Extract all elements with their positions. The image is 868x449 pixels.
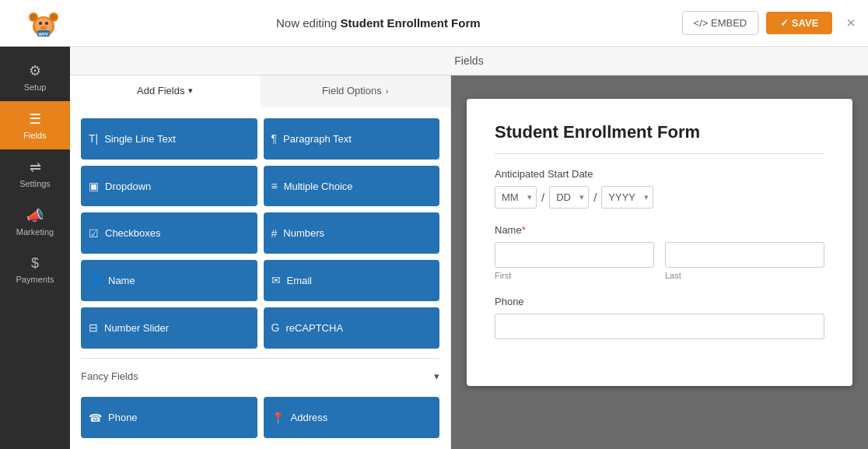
fields-header-bar: Fields — [70, 47, 868, 75]
date-yyyy-select[interactable]: YYYY — [601, 186, 653, 209]
multiple-choice-icon: ≡ — [271, 180, 278, 192]
name-last-field: Last — [665, 242, 824, 280]
tab-field-options-label: Field Options — [322, 85, 382, 96]
name-first-label: First — [495, 271, 654, 280]
name-last-label: Last — [665, 271, 824, 280]
fields-icon: ☰ — [29, 110, 41, 128]
sidebar-item-marketing[interactable]: 📣 Marketing — [0, 198, 70, 246]
form-preview: Student Enrollment Form Anticipated Star… — [467, 99, 852, 386]
save-button[interactable]: ✓ SAVE — [766, 12, 832, 34]
date-sep-1: / — [541, 191, 544, 204]
fields-list: T| Single Line Text ¶ Paragraph Text ▣ D… — [70, 107, 450, 449]
fancy-fields-section: Fancy Fields ▾ — [81, 358, 439, 391]
setup-icon: ⚙ — [29, 62, 41, 79]
name-last-input[interactable] — [665, 242, 824, 268]
paragraph-text-label: Paragraph Text — [283, 133, 352, 145]
address-icon: 📍 — [271, 412, 285, 424]
embed-button[interactable]: </> EMBED — [682, 11, 759, 35]
sidebar-item-setup[interactable]: ⚙ Setup — [0, 53, 70, 101]
address-label: Address — [291, 412, 328, 423]
content-area: Fields Add Fields ▾ Field Options › — [70, 47, 868, 449]
name-icon: 👤 — [89, 274, 102, 286]
close-button[interactable]: × — [846, 14, 856, 32]
svg-text:WPF: WPF — [38, 32, 49, 37]
recaptcha-icon: G — [271, 321, 280, 334]
field-btn-multiple-choice[interactable]: ≡ Multiple Choice — [264, 166, 440, 207]
phone-field-label: Phone — [495, 296, 824, 307]
field-btn-number-slider[interactable]: ⊟ Number Slider — [81, 307, 257, 349]
panel-tabs: Add Fields ▾ Field Options › — [70, 75, 450, 107]
single-line-text-icon: T| — [89, 132, 98, 145]
main-body: ⚙ Setup ☰ Fields ⇌ Settings 📣 Marketing … — [0, 47, 868, 449]
sidebar-item-settings-label: Settings — [19, 179, 51, 188]
field-btn-single-line-text[interactable]: T| Single Line Text — [81, 118, 257, 160]
email-label: Email — [287, 275, 313, 286]
name-row: First Last — [495, 242, 824, 280]
number-slider-icon: ⊟ — [89, 321, 98, 334]
field-btn-phone[interactable]: ☎ Phone — [81, 397, 257, 438]
dropdown-icon: ▣ — [89, 180, 99, 192]
sidebar-item-payments[interactable]: $ Payments — [0, 246, 70, 293]
name-field-label: Name* — [495, 224, 824, 236]
settings-icon: ⇌ — [30, 159, 41, 176]
svg-point-8 — [40, 26, 47, 30]
sidebar: ⚙ Setup ☰ Fields ⇌ Settings 📣 Marketing … — [0, 47, 70, 449]
required-marker: * — [522, 224, 526, 236]
tab-field-options[interactable]: Field Options › — [261, 75, 451, 107]
anticipated-start-date-label: Anticipated Start Date — [495, 168, 824, 180]
date-sep-2: / — [593, 191, 597, 204]
date-mm-select[interactable]: MM — [495, 186, 537, 209]
sidebar-item-payments-label: Payments — [16, 275, 54, 284]
header-title: Now editing Student Enrollment Form — [75, 16, 682, 30]
date-row: MM / DD / — [495, 186, 824, 209]
field-btn-recaptcha[interactable]: G reCAPTCHA — [264, 307, 440, 349]
phone-label: Phone — [108, 412, 138, 423]
payments-icon: $ — [31, 255, 39, 272]
recaptcha-label: reCAPTCHA — [285, 322, 343, 334]
svg-point-4 — [51, 14, 57, 20]
left-panel: Add Fields ▾ Field Options › T| Single L… — [70, 75, 451, 449]
svg-point-7 — [45, 22, 48, 25]
field-options-chevron: › — [386, 86, 389, 96]
field-btn-checkboxes[interactable]: ☑ Checkboxes — [81, 212, 257, 254]
fields-body: Add Fields ▾ Field Options › T| Single L… — [70, 75, 868, 449]
date-mm-wrap: MM — [495, 186, 537, 209]
checkboxes-icon: ☑ — [89, 227, 99, 240]
field-btn-numbers[interactable]: # Numbers — [264, 212, 440, 254]
tab-add-fields-label: Add Fields — [137, 85, 184, 96]
fancy-fields-label: Fancy Fields — [81, 370, 138, 382]
svg-point-3 — [30, 14, 37, 20]
sidebar-item-setup-label: Setup — [24, 82, 47, 92]
sidebar-item-marketing-label: Marketing — [16, 227, 54, 237]
right-preview: Student Enrollment Form Anticipated Star… — [451, 75, 868, 449]
checkboxes-label: Checkboxes — [105, 227, 161, 239]
field-btn-email[interactable]: ✉ Email — [264, 260, 440, 301]
multiple-choice-label: Multiple Choice — [284, 181, 353, 192]
tab-add-fields[interactable]: Add Fields ▾ — [70, 75, 261, 107]
phone-icon: ☎ — [89, 412, 102, 424]
sidebar-item-fields-label: Fields — [23, 131, 46, 140]
marketing-icon: 📣 — [26, 207, 44, 224]
field-btn-paragraph-text[interactable]: ¶ Paragraph Text — [264, 118, 440, 160]
date-yyyy-wrap: YYYY — [601, 186, 653, 209]
field-btn-dropdown[interactable]: ▣ Dropdown — [81, 166, 257, 207]
field-btn-address[interactable]: 📍 Address — [264, 397, 440, 438]
form-field-name: Name* First Last — [495, 224, 824, 280]
form-preview-title: Student Enrollment Form — [495, 122, 824, 154]
numbers-label: Numbers — [283, 227, 324, 239]
date-dd-wrap: DD — [549, 186, 589, 209]
phone-input[interactable] — [495, 314, 824, 339]
fields-header-label: Fields — [454, 54, 483, 67]
field-btn-name[interactable]: 👤 Name — [81, 260, 257, 301]
add-fields-chevron: ▾ — [188, 86, 193, 96]
fancy-fields-chevron: ▾ — [434, 370, 439, 382]
single-line-text-label: Single Line Text — [104, 133, 176, 145]
name-first-input[interactable] — [495, 242, 654, 268]
sidebar-item-settings[interactable]: ⇌ Settings — [0, 149, 70, 198]
form-field-phone: Phone — [495, 296, 824, 339]
date-dd-select[interactable]: DD — [549, 186, 589, 209]
svg-point-6 — [39, 22, 42, 25]
name-first-field: First — [495, 242, 654, 280]
number-slider-label: Number Slider — [104, 322, 169, 334]
sidebar-item-fields[interactable]: ☰ Fields — [0, 101, 70, 149]
